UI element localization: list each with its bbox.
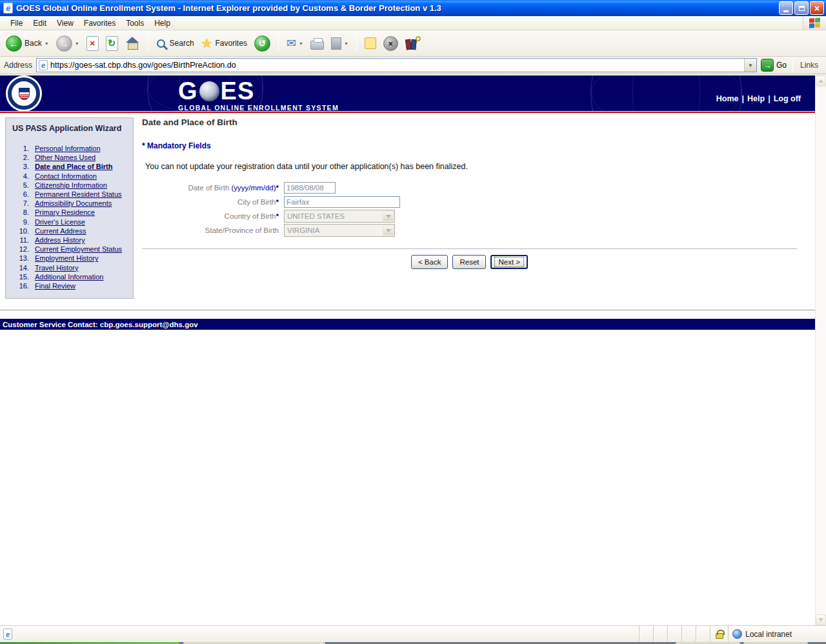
restore-button[interactable] [794, 1, 809, 15]
goes-logo-g: G [178, 79, 198, 103]
research-icon [405, 36, 421, 50]
step-link-primary-residence[interactable]: Primary Residence [35, 208, 95, 217]
status-cell [681, 626, 696, 642]
reset-button[interactable]: Reset [452, 255, 486, 269]
wizard-buttons: < Back Reset Next > [142, 255, 797, 269]
scroll-down-button[interactable] [816, 614, 826, 625]
step-link-citizenship-information[interactable]: Citizenship Information [35, 181, 107, 190]
scroll-up-button[interactable] [816, 75, 826, 86]
step-link-additional-information[interactable]: Additional Information [35, 272, 103, 281]
security-zone-panel: Local intranet [728, 626, 826, 642]
step-link-contact-information[interactable]: Contact Information [35, 172, 97, 181]
globe-watermark [590, 75, 742, 111]
favorites-label: Favorites [216, 39, 247, 48]
form-row-date-of-birth: Date of Birth (yyyy/mm/dd)* [142, 181, 815, 195]
back-dropdown-icon[interactable]: ▼ [45, 41, 49, 46]
form-row-city-of-birth: City of Birth* [142, 195, 815, 209]
wizard-title: US PASS Application Wizard [12, 124, 130, 133]
refresh-button[interactable]: ↻ [104, 35, 120, 52]
menu-edit[interactable]: Edit [28, 17, 52, 29]
go-button[interactable]: → Go [761, 59, 787, 72]
discuss-button[interactable] [363, 36, 378, 50]
step-link-travel-history[interactable]: Travel History [35, 263, 78, 272]
required-asterisk: * [276, 184, 279, 192]
edit-dropdown-icon[interactable]: ▼ [344, 41, 348, 46]
search-button[interactable]: Search [154, 37, 196, 50]
wizard-step: 1.Personal Information [12, 144, 130, 153]
mail-button[interactable]: ✉ ▼ [285, 36, 305, 50]
step-number: 13. [12, 254, 29, 263]
refresh-icon: ↻ [106, 36, 118, 51]
messenger-button[interactable]: × [381, 35, 400, 52]
print-button[interactable] [308, 35, 326, 51]
address-input[interactable]: e https://goes-sat.cbp.dhs.gov/goes/Birt… [36, 58, 757, 72]
url-text[interactable]: https://goes-sat.cbp.dhs.gov/goes/BirthP… [50, 61, 744, 70]
minimize-button[interactable] [779, 1, 793, 15]
status-cell [667, 626, 681, 642]
city-of-birth-input[interactable] [284, 196, 400, 208]
home-button[interactable] [123, 35, 141, 51]
nav-home-link[interactable]: Home [716, 94, 739, 103]
stop-icon: × [86, 36, 99, 51]
step-link-employment-history[interactable]: Employment History [35, 254, 98, 263]
step-link-address-history[interactable]: Address History [35, 236, 85, 245]
step-link-final-review[interactable]: Final Review [35, 281, 76, 290]
step-link-permanent-resident-status[interactable]: Permanent Resident Status [35, 190, 122, 199]
wizard-sidebar: US PASS Application Wizard 1.Personal In… [5, 117, 134, 299]
scroll-up-icon [818, 79, 823, 83]
address-dropdown-icon[interactable]: ▼ [744, 59, 756, 72]
nav-logoff-link[interactable]: Log off [774, 94, 801, 103]
state-of-birth-select[interactable]: VIRGINIA [284, 224, 395, 237]
nav-help-link[interactable]: Help [747, 94, 765, 103]
wizard-step: 6.Permanent Resident Status [12, 190, 130, 199]
step-link-drivers-license[interactable]: Driver's License [35, 217, 85, 226]
site-header: G ES GLOBAL ONLINE ENROLLMENT SYSTEM Hom… [0, 75, 815, 111]
home-icon [125, 37, 139, 50]
research-button[interactable] [403, 35, 423, 52]
favorites-button[interactable]: ★ Favorites [199, 35, 249, 51]
date-of-birth-input[interactable] [284, 182, 336, 194]
step-number: 11. [12, 236, 29, 245]
step-link-other-names-used[interactable]: Other Names Used [35, 153, 96, 162]
step-link-admissibility-documents[interactable]: Admissibility Documents [35, 199, 112, 208]
wizard-step: 4.Contact Information [12, 172, 130, 181]
history-button[interactable]: ↺ [252, 34, 272, 53]
back-step-button[interactable]: < Back [411, 255, 448, 269]
country-of-birth-label: Country of Birth [225, 212, 276, 220]
address-separator [792, 58, 793, 72]
menu-file[interactable]: File [5, 17, 28, 29]
step-link-date-and-place-of-birth[interactable]: Date and Place of Birth [35, 162, 112, 171]
toolbar-separator [356, 34, 357, 52]
nav-separator: | [742, 94, 745, 103]
links-menu[interactable]: Links [795, 61, 823, 70]
state-of-birth-label: State/Province of Birth [205, 226, 279, 234]
forward-dropdown-icon[interactable]: ▼ [75, 41, 79, 46]
menu-view[interactable]: View [52, 17, 79, 29]
customer-service-text: Customer Service Contact: cbp.goes.suppo… [3, 321, 198, 328]
back-button[interactable]: ← Back ▼ [4, 34, 51, 53]
vertical-scrollbar[interactable] [815, 75, 826, 625]
wizard-step: 9.Driver's License [12, 217, 130, 226]
goes-logo: G ES GLOBAL ONLINE ENROLLMENT SYSTEM [178, 79, 339, 111]
mail-dropdown-icon[interactable]: ▼ [299, 41, 303, 46]
next-step-button[interactable]: Next > [490, 255, 528, 269]
edit-page-icon [331, 37, 341, 50]
step-link-current-employment-status[interactable]: Current Employment Status [35, 245, 122, 254]
wizard-step: 12.Current Employment Status [12, 245, 130, 254]
country-of-birth-select[interactable]: UNITED STATES [284, 210, 395, 223]
step-number: 4. [12, 172, 29, 181]
page-content: US PASS Application Wizard 1.Personal In… [0, 113, 815, 310]
menu-help[interactable]: Help [149, 17, 176, 29]
menu-tools[interactable]: Tools [121, 17, 149, 29]
forward-button[interactable]: → ▼ [54, 34, 81, 53]
menu-favorites[interactable]: Favorites [79, 17, 121, 29]
edit-button[interactable]: ▼ [329, 36, 350, 51]
close-button[interactable]: × [810, 1, 824, 15]
step-link-current-address[interactable]: Current Address [35, 226, 86, 236]
date-format-hint: (yyyy/mm/dd) [232, 184, 276, 192]
stop-button[interactable]: × [85, 35, 101, 52]
step-number: 8. [12, 208, 29, 217]
messenger-icon: × [383, 36, 398, 51]
windows-logo [803, 16, 826, 30]
step-link-personal-information[interactable]: Personal Information [35, 144, 101, 153]
